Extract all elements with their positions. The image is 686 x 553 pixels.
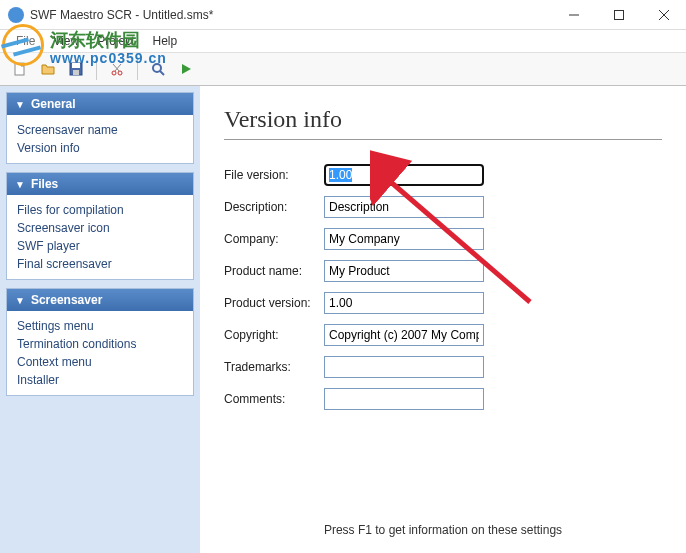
sidebar-item-settings-menu[interactable]: Settings menu bbox=[17, 317, 183, 335]
svg-point-12 bbox=[153, 64, 161, 72]
panel-header-general[interactable]: ▼ General bbox=[7, 93, 193, 115]
run-button[interactable] bbox=[174, 57, 198, 81]
menu-help[interactable]: Help bbox=[145, 32, 186, 50]
row-description: Description: bbox=[224, 196, 662, 218]
input-product-version[interactable] bbox=[324, 292, 484, 314]
panel-general: ▼ General Screensaver name Version info bbox=[6, 92, 194, 164]
panel-body: Settings menu Termination conditions Con… bbox=[7, 311, 193, 395]
input-company[interactable] bbox=[324, 228, 484, 250]
label-comments: Comments: bbox=[224, 392, 324, 406]
app-icon bbox=[8, 7, 24, 23]
save-button[interactable] bbox=[64, 57, 88, 81]
maximize-button[interactable] bbox=[596, 0, 641, 30]
panel-header-files[interactable]: ▼ Files bbox=[7, 173, 193, 195]
close-button[interactable] bbox=[641, 0, 686, 30]
panel-title: Files bbox=[31, 177, 58, 191]
menu-file[interactable]: File bbox=[8, 32, 43, 50]
panel-title: General bbox=[31, 97, 76, 111]
panel-header-screensaver[interactable]: ▼ Screensaver bbox=[7, 289, 193, 311]
label-product-version: Product version: bbox=[224, 296, 324, 310]
row-file-version: File version: bbox=[224, 164, 662, 186]
label-copyright: Copyright: bbox=[224, 328, 324, 342]
panel-body: Files for compilation Screensaver icon S… bbox=[7, 195, 193, 279]
row-company: Company: bbox=[224, 228, 662, 250]
panel-body: Screensaver name Version info bbox=[7, 115, 193, 163]
label-file-version: File version: bbox=[224, 168, 324, 182]
sidebar-item-final-screensaver[interactable]: Final screensaver bbox=[17, 255, 183, 273]
row-comments: Comments: bbox=[224, 388, 662, 410]
sidebar-item-context-menu[interactable]: Context menu bbox=[17, 353, 183, 371]
row-copyright: Copyright: bbox=[224, 324, 662, 346]
chevron-down-icon: ▼ bbox=[15, 179, 25, 190]
page-title: Version info bbox=[224, 106, 662, 140]
minimize-button[interactable] bbox=[551, 0, 596, 30]
input-copyright[interactable] bbox=[324, 324, 484, 346]
label-product-name: Product name: bbox=[224, 264, 324, 278]
svg-point-8 bbox=[112, 71, 116, 75]
preview-button[interactable] bbox=[146, 57, 170, 81]
panel-files: ▼ Files Files for compilation Screensave… bbox=[6, 172, 194, 280]
row-product-version: Product version: bbox=[224, 292, 662, 314]
sidebar-item-version-info[interactable]: Version info bbox=[17, 139, 183, 157]
input-description[interactable] bbox=[324, 196, 484, 218]
content-area: ▼ General Screensaver name Version info … bbox=[0, 86, 686, 553]
input-comments[interactable] bbox=[324, 388, 484, 410]
row-trademarks: Trademarks: bbox=[224, 356, 662, 378]
new-button[interactable] bbox=[8, 57, 32, 81]
svg-rect-6 bbox=[72, 63, 80, 68]
menubar: File View Project Help bbox=[0, 30, 686, 52]
sidebar-item-termination[interactable]: Termination conditions bbox=[17, 335, 183, 353]
svg-line-13 bbox=[160, 71, 164, 75]
label-trademarks: Trademarks: bbox=[224, 360, 324, 374]
input-trademarks[interactable] bbox=[324, 356, 484, 378]
label-description: Description: bbox=[224, 200, 324, 214]
label-company: Company: bbox=[224, 232, 324, 246]
window-controls bbox=[551, 0, 686, 30]
sidebar-item-screensaver-icon[interactable]: Screensaver icon bbox=[17, 219, 183, 237]
toolbar-separator bbox=[137, 58, 138, 80]
panel-title: Screensaver bbox=[31, 293, 102, 307]
input-file-version[interactable] bbox=[324, 164, 484, 186]
sidebar-item-installer[interactable]: Installer bbox=[17, 371, 183, 389]
sidebar: ▼ General Screensaver name Version info … bbox=[0, 86, 200, 553]
panel-screensaver: ▼ Screensaver Settings menu Termination … bbox=[6, 288, 194, 396]
window-title: SWF Maestro SCR - Untitled.sms* bbox=[30, 8, 213, 22]
sidebar-item-screensaver-name[interactable]: Screensaver name bbox=[17, 121, 183, 139]
chevron-down-icon: ▼ bbox=[15, 99, 25, 110]
titlebar: SWF Maestro SCR - Untitled.sms* bbox=[0, 0, 686, 30]
svg-rect-7 bbox=[73, 70, 79, 75]
status-hint: Press F1 to get information on these set… bbox=[224, 523, 662, 545]
row-product-name: Product name: bbox=[224, 260, 662, 282]
svg-point-9 bbox=[118, 71, 122, 75]
chevron-down-icon: ▼ bbox=[15, 295, 25, 306]
sidebar-item-swf-player[interactable]: SWF player bbox=[17, 237, 183, 255]
main-panel: Version info File version: Description: … bbox=[200, 86, 686, 553]
cut-button[interactable] bbox=[105, 57, 129, 81]
sidebar-item-files-compilation[interactable]: Files for compilation bbox=[17, 201, 183, 219]
menu-project[interactable]: Project bbox=[89, 32, 142, 50]
toolbar bbox=[0, 52, 686, 86]
svg-rect-1 bbox=[614, 11, 623, 20]
open-button[interactable] bbox=[36, 57, 60, 81]
input-product-name[interactable] bbox=[324, 260, 484, 282]
menu-view[interactable]: View bbox=[45, 32, 87, 50]
toolbar-separator bbox=[96, 58, 97, 80]
